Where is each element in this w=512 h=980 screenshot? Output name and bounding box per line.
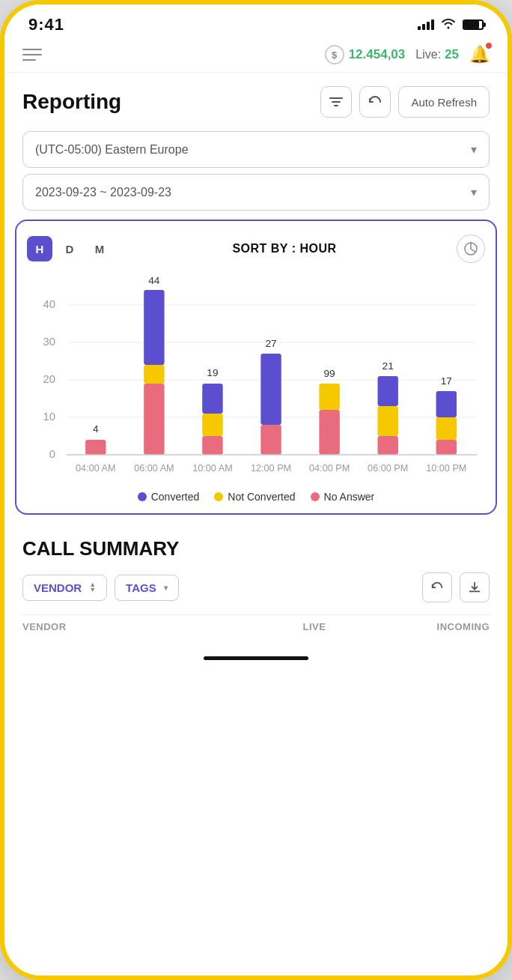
bell-badge <box>485 42 493 49</box>
chart-area: 0 10 20 30 40 <box>27 275 485 485</box>
sort-tab-d[interactable]: D <box>57 236 82 261</box>
timezone-value: (UTC-05:00) Eastern Europe <box>35 143 189 157</box>
svg-text:0: 0 <box>49 448 55 460</box>
bar-04pm-notconverted <box>319 384 339 410</box>
auto-refresh-button[interactable]: Auto Refresh <box>398 86 490 118</box>
svg-text:10: 10 <box>43 411 55 423</box>
status-bar: 9:41 <box>4 4 508 40</box>
vendor-filter-chip[interactable]: VENDOR ▲ ▼ <box>22 575 107 601</box>
chevron-down-icon-2: ▾ <box>471 185 477 199</box>
legend-not-converted: Not Converted <box>214 491 295 503</box>
sort-tabs: H D M <box>27 236 112 261</box>
action-icons <box>422 572 490 602</box>
bar-06am-converted <box>144 290 164 365</box>
home-indicator <box>204 656 308 660</box>
call-summary-title: CALL SUMMARY <box>22 537 490 560</box>
date-range-dropdown[interactable]: 2023-09-23 ~ 2023-09-23 ▾ <box>22 174 490 211</box>
timezone-dropdown[interactable]: (UTC-05:00) Eastern Europe ▾ <box>22 131 490 168</box>
live-section: Live: 25 <box>415 47 459 62</box>
filter-row: VENDOR ▲ ▼ TAGS ▾ <box>22 572 490 602</box>
chart-header: H D M SORT BY : HOUR <box>27 235 485 263</box>
battery-icon <box>463 19 484 30</box>
col-header-live: LIVE <box>256 621 373 632</box>
tags-filter-chip[interactable]: TAGS ▾ <box>115 575 179 601</box>
svg-text:40: 40 <box>43 298 55 310</box>
sort-label: SORT BY : HOUR <box>232 242 336 255</box>
menu-button[interactable] <box>22 49 42 61</box>
bar-06pm-notconverted <box>377 406 397 436</box>
bar-06am-notconverted <box>144 365 164 384</box>
live-count: 25 <box>445 47 459 62</box>
chart-card: H D M SORT BY : HOUR 0 1 <box>15 220 497 515</box>
not-converted-dot <box>214 492 223 501</box>
chart-legend: Converted Not Converted No Answer <box>27 491 485 503</box>
legend-no-answer: No Answer <box>311 491 375 503</box>
bar-10am-converted <box>202 384 222 414</box>
svg-text:12:00 PM: 12:00 PM <box>251 463 291 474</box>
svg-text:44: 44 <box>148 275 160 286</box>
svg-text:10:00 PM: 10:00 PM <box>426 463 466 474</box>
download-button[interactable] <box>460 572 490 602</box>
svg-text:06:00 AM: 06:00 AM <box>134 463 174 474</box>
page-title: Reporting <box>22 90 121 114</box>
bar-10pm-converted <box>436 391 457 417</box>
signal-icon <box>418 19 434 30</box>
no-answer-dot <box>311 492 320 501</box>
sort-tab-h[interactable]: H <box>27 236 52 261</box>
bar-06pm-converted <box>377 376 397 406</box>
svg-text:06:00 PM: 06:00 PM <box>368 463 408 474</box>
svg-text:20: 20 <box>43 373 55 385</box>
balance-section: $ 12.454,03 <box>325 45 406 64</box>
chart-type-button[interactable] <box>457 235 485 263</box>
no-answer-label: No Answer <box>324 491 375 503</box>
svg-text:27: 27 <box>265 338 276 349</box>
bar-10am-notconverted <box>202 414 222 436</box>
bar-chart: 0 10 20 30 40 <box>27 275 485 485</box>
svg-text:10:00 AM: 10:00 AM <box>192 463 232 474</box>
tags-filter-label: TAGS <box>126 581 156 594</box>
converted-label: Converted <box>151 491 200 503</box>
vendor-filter-label: VENDOR <box>34 581 82 594</box>
header-actions: Auto Refresh <box>320 86 490 118</box>
converted-dot <box>138 492 147 501</box>
refresh-summary-button[interactable] <box>422 572 452 602</box>
sort-tab-m[interactable]: M <box>87 236 112 261</box>
bar-10am-noanswer <box>202 436 222 455</box>
nav-right: $ 12.454,03 Live: 25 🔔 <box>325 45 490 64</box>
call-summary-section: CALL SUMMARY VENDOR ▲ ▼ TAGS ▾ <box>4 524 508 646</box>
page-header: Reporting Auto Refresh <box>4 73 508 125</box>
legend-converted: Converted <box>138 491 200 503</box>
svg-text:19: 19 <box>207 367 218 378</box>
bar-10pm-noanswer <box>436 440 457 455</box>
svg-text:17: 17 <box>441 375 452 387</box>
svg-text:30: 30 <box>43 336 55 348</box>
wifi-icon <box>440 17 457 33</box>
bar-12pm-converted <box>260 354 281 425</box>
bar-06pm-noanswer <box>377 436 397 455</box>
not-converted-label: Not Converted <box>228 491 295 503</box>
svg-text:04:00 PM: 04:00 PM <box>309 463 350 474</box>
status-icons <box>418 17 484 33</box>
col-header-vendor: VENDOR <box>22 621 256 632</box>
date-range-value: 2023-09-23 ~ 2023-09-23 <box>35 186 171 199</box>
live-label: Live: <box>415 48 441 61</box>
dollar-icon: $ <box>325 45 344 64</box>
bell-icon[interactable]: 🔔 <box>469 45 490 64</box>
table-header: VENDOR LIVE INCOMING <box>22 614 490 638</box>
bar-04am-noanswer <box>85 440 106 455</box>
col-header-incoming: INCOMING <box>373 621 490 632</box>
bar-06am-noanswer <box>144 384 164 455</box>
bar-10pm-notconverted <box>436 417 457 440</box>
filter-button[interactable] <box>320 86 352 118</box>
svg-text:99: 99 <box>323 368 335 379</box>
bar-12pm-noanswer <box>260 425 281 455</box>
bar-04pm-noanswer <box>319 410 339 455</box>
svg-text:4: 4 <box>93 423 99 435</box>
top-nav: $ 12.454,03 Live: 25 🔔 <box>4 40 508 73</box>
chevron-down-icon: ▾ <box>471 142 477 157</box>
svg-text:04:00 AM: 04:00 AM <box>76 463 115 474</box>
svg-text:21: 21 <box>383 360 394 372</box>
status-time: 9:41 <box>28 15 64 34</box>
refresh-button[interactable] <box>359 86 391 118</box>
balance-amount: 12.454,03 <box>349 47 406 62</box>
